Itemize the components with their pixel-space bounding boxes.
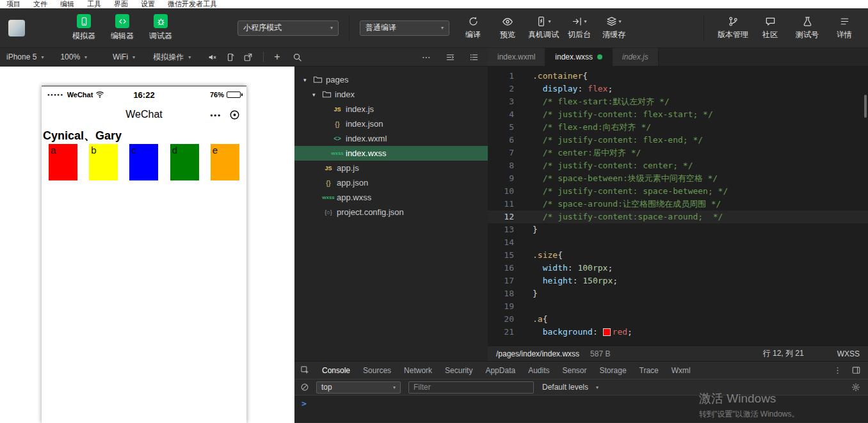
- devtools-tab-console[interactable]: Console: [316, 362, 357, 379]
- preview-button[interactable]: 预览: [490, 15, 525, 40]
- devtools-tab-network[interactable]: Network: [398, 362, 438, 379]
- code-line-7[interactable]: 7 /* center:居中对齐 */: [488, 147, 868, 159]
- menu-item-5[interactable]: 设置: [134, 0, 161, 8]
- editor-toolbar-icons: ⋯: [422, 52, 479, 62]
- tree-item-project.config.json[interactable]: {○}project.config.json: [294, 205, 488, 219]
- simulator-toggle-button[interactable]: 模拟器: [65, 14, 103, 42]
- popout-window-icon[interactable]: [243, 52, 253, 62]
- tree-item-index[interactable]: ▾index: [294, 87, 488, 102]
- code-line-10[interactable]: 10 /* justify-content: space-between; */: [488, 185, 868, 198]
- search-icon[interactable]: [293, 52, 302, 62]
- test-account-button[interactable]: 测试号: [789, 15, 826, 40]
- editor-tab-index.js[interactable]: index.js: [613, 48, 659, 66]
- device-debug-button[interactable]: ▾ 真机调试: [525, 15, 562, 40]
- tree-item-index.json[interactable]: {}index.json: [294, 116, 488, 131]
- simulate-action-selector[interactable]: 模拟操作▾: [153, 52, 191, 63]
- console-output-area[interactable]: >: [294, 395, 868, 422]
- compile-mode-dropdown[interactable]: 普通编译 ▾: [360, 20, 449, 36]
- editor-tab-index.wxss[interactable]: index.wxss: [545, 48, 613, 66]
- menu-item-1[interactable]: 文件: [27, 0, 54, 8]
- user-avatar[interactable]: [8, 20, 25, 36]
- code-line-16[interactable]: 16 width: 100rpx;: [488, 262, 868, 275]
- chevron-down-icon: ▾: [133, 54, 135, 60]
- version-control-button[interactable]: 版本管理: [714, 15, 751, 40]
- test-icon: [802, 15, 813, 28]
- devtools-tab-trace[interactable]: Trace: [633, 362, 665, 379]
- menu-item-0[interactable]: 项目: [0, 0, 27, 8]
- tree-item-index.wxss[interactable]: wxssindex.wxss: [294, 146, 488, 161]
- editor-toggle-button[interactable]: 编辑器: [103, 14, 141, 42]
- device-bar-icons: [207, 52, 253, 62]
- clear-cache-button[interactable]: ▾ 清缓存: [597, 15, 631, 40]
- code-line-12[interactable]: 12 /* justify-content:space-around; */: [488, 211, 868, 223]
- code-line-6[interactable]: 6 /* justify-content: flex-end; */: [488, 134, 868, 147]
- devtools-tab-wxml[interactable]: Wxml: [665, 362, 697, 379]
- tree-item-app.wxss[interactable]: wxssapp.wxss: [294, 190, 488, 205]
- mode-dropdown[interactable]: 小程序模式 ▾: [237, 20, 339, 36]
- editor-tab-index.wxml[interactable]: index.wxml: [488, 48, 545, 66]
- menu-item-2[interactable]: 编辑: [54, 0, 81, 8]
- word-wrap-icon[interactable]: [446, 52, 455, 62]
- code-line-5[interactable]: 5 /* flex-end:向右对齐 */: [488, 121, 868, 134]
- devtools-tab-appdata[interactable]: AppData: [479, 362, 522, 379]
- code-line-14[interactable]: 14: [488, 236, 868, 249]
- code-line-19[interactable]: 19: [488, 300, 868, 313]
- config-file-icon: {○}: [323, 209, 334, 216]
- line-number: 14: [488, 236, 525, 249]
- mute-volume-icon[interactable]: [207, 52, 217, 62]
- context-selector[interactable]: top ▾: [316, 381, 401, 394]
- tree-item-pages[interactable]: ▾pages: [294, 72, 488, 87]
- switch-background-button[interactable]: ▾ 切后台: [562, 15, 597, 40]
- code-line-18[interactable]: 18}: [488, 287, 868, 300]
- code-line-21[interactable]: 21 background: red;: [488, 326, 868, 339]
- compile-button[interactable]: 编译: [456, 15, 490, 40]
- devtools-tab-security[interactable]: Security: [438, 362, 479, 379]
- details-button[interactable]: 详情: [826, 15, 863, 40]
- code-line-13[interactable]: 13}: [488, 223, 868, 236]
- inspect-element-icon[interactable]: [294, 365, 316, 375]
- add-icon[interactable]: +: [274, 52, 280, 62]
- devtools-tab-audits[interactable]: Audits: [522, 362, 556, 379]
- tree-item-index.js[interactable]: JSindex.js: [294, 102, 488, 116]
- tree-item-index.wxml[interactable]: <>index.wxml: [294, 131, 488, 146]
- more-actions-icon[interactable]: ⋯: [422, 52, 431, 61]
- rotate-device-icon[interactable]: [225, 52, 235, 62]
- menu-item-4[interactable]: 界面: [108, 0, 134, 8]
- menu-item-3[interactable]: 工具: [81, 0, 108, 8]
- code-line-3[interactable]: 3 /* flex-start:默认左对齐 */: [488, 95, 868, 108]
- device-selector[interactable]: iPhone 5▾: [6, 52, 44, 61]
- code-line-9[interactable]: 9 /* space-between:块级元素中间有空格 */: [488, 172, 868, 185]
- background-icon: ▾: [572, 15, 586, 28]
- devtools-tab-sources[interactable]: Sources: [357, 362, 398, 379]
- zoom-selector[interactable]: 100%▾: [60, 52, 87, 61]
- console-prompt[interactable]: >: [301, 399, 307, 408]
- code-line-1[interactable]: 1.container{: [488, 70, 868, 83]
- more-options-icon[interactable]: ⋮: [833, 365, 842, 375]
- community-button[interactable]: 社区: [751, 15, 789, 40]
- network-selector[interactable]: WiFi▾: [113, 52, 135, 61]
- console-filter-input[interactable]: [408, 381, 534, 394]
- dock-side-icon[interactable]: [851, 365, 861, 375]
- log-levels-dropdown[interactable]: Default levels ▾: [542, 383, 599, 392]
- code-line-4[interactable]: 4 /* justify-content: flex-start; */: [488, 108, 868, 121]
- code-line-11[interactable]: 11 /* space-around:让空格围绕在成员周围 */: [488, 198, 868, 211]
- code-line-2[interactable]: 2 display: flex;: [488, 83, 868, 95]
- code-line-20[interactable]: 20.a{: [488, 313, 868, 326]
- outline-list-icon[interactable]: [469, 52, 479, 62]
- menu-item-6[interactable]: 微信开发者工具: [161, 0, 223, 8]
- close-circle-icon[interactable]: [229, 109, 240, 120]
- language-mode-label[interactable]: WXSS: [837, 349, 860, 358]
- code-line-15[interactable]: 15.size{: [488, 249, 868, 262]
- debugger-toggle-button[interactable]: 调试器: [141, 14, 180, 42]
- line-number: 18: [488, 287, 525, 300]
- tree-item-app.json[interactable]: {}app.json: [294, 175, 488, 190]
- devtools-tab-sensor[interactable]: Sensor: [556, 362, 593, 379]
- clear-console-icon[interactable]: [300, 383, 309, 392]
- editor-scrollbar[interactable]: [864, 95, 867, 118]
- menu-dots-icon[interactable]: •••: [210, 111, 221, 119]
- code-line-8[interactable]: 8 /* justify-content: center; */: [488, 159, 868, 172]
- code-line-17[interactable]: 17 height: 150rpx;: [488, 275, 868, 287]
- tree-item-app.js[interactable]: JSapp.js: [294, 161, 488, 175]
- devtools-tab-storage[interactable]: Storage: [593, 362, 633, 379]
- console-settings-gear-icon[interactable]: [851, 383, 860, 392]
